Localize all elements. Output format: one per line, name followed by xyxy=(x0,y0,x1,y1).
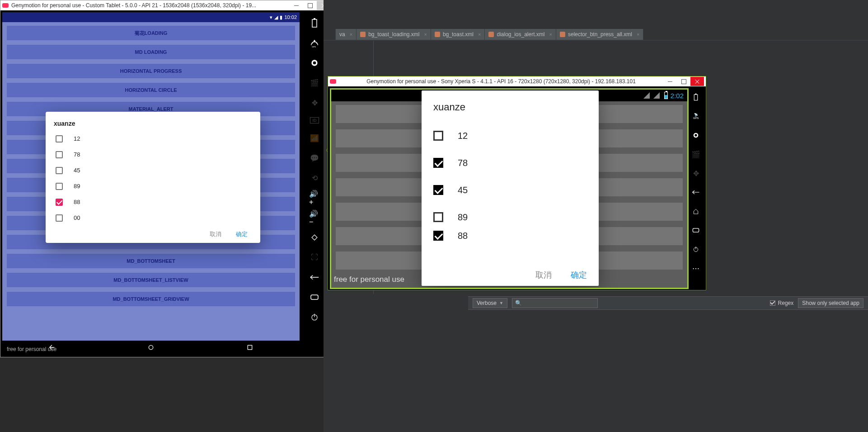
window-title-right: Genymotion for personal use - Sony Xperi… xyxy=(339,78,663,85)
log-level-label: Verbose xyxy=(477,300,497,306)
rss-icon[interactable]: 📶 xyxy=(309,133,320,143)
battery-icon[interactable] xyxy=(309,18,320,28)
titlebar-left[interactable]: Genymotion for personal use - Custom Tab… xyxy=(0,0,332,10)
checkbox-row[interactable]: 88 xyxy=(54,194,252,210)
dialog-title: xuanze xyxy=(433,101,587,113)
editor-tab[interactable]: bg_toast.xml× xyxy=(431,29,485,40)
checkbox-row[interactable]: 88 xyxy=(433,231,587,244)
svg-text:GPS: GPS xyxy=(312,46,316,47)
svg-rect-12 xyxy=(694,95,698,100)
id-icon[interactable]: ID xyxy=(310,117,319,123)
move-icon[interactable]: ✥ xyxy=(309,97,320,108)
checkbox-label: 88 xyxy=(74,199,80,205)
dialog-cancel-button[interactable]: 取消 xyxy=(210,230,221,238)
checkbox-row[interactable]: 89 xyxy=(433,204,587,231)
minimize-button[interactable] xyxy=(663,77,677,86)
home-icon[interactable] xyxy=(690,206,701,217)
checkbox-icon[interactable] xyxy=(56,199,63,206)
checkbox-icon[interactable] xyxy=(56,135,63,142)
demo-button[interactable]: MD_BOTTOMSHEET_GRIDVIEW xyxy=(7,292,295,306)
checkbox-icon[interactable] xyxy=(433,185,443,195)
svg-rect-16 xyxy=(693,228,699,232)
checkbox-row[interactable]: 00 xyxy=(54,210,252,226)
checkbox-label: 12 xyxy=(458,131,468,141)
close-icon[interactable]: × xyxy=(424,32,427,37)
close-icon[interactable]: × xyxy=(637,32,639,37)
demo-button[interactable]: HORIZONTAL CIRCLE xyxy=(7,83,295,97)
checkbox-icon[interactable] xyxy=(56,167,63,174)
dialog-ok-button[interactable]: 确定 xyxy=(236,230,248,238)
checkbox-icon[interactable] xyxy=(433,131,443,141)
checkbox-icon[interactable] xyxy=(56,183,63,190)
nav-home[interactable] xyxy=(146,343,155,352)
dialog-right: xuanze 12 78 45 89 88 取消 确定 xyxy=(422,90,599,286)
recent-icon[interactable] xyxy=(309,292,320,303)
power-icon[interactable] xyxy=(309,312,320,323)
log-search-input[interactable]: 🔍 xyxy=(512,298,598,308)
maximize-button[interactable] xyxy=(303,1,317,10)
regex-checkbox[interactable]: Regex xyxy=(770,300,794,306)
tab-label: bg_toast.xml xyxy=(443,31,474,38)
move-icon[interactable]: ✥ xyxy=(690,168,701,179)
recent-icon[interactable] xyxy=(690,225,701,236)
rotate-icon[interactable] xyxy=(309,232,320,243)
checkbox-label: 88 xyxy=(458,231,468,241)
close-icon[interactable]: × xyxy=(549,32,552,37)
editor-tab[interactable]: va × xyxy=(335,29,357,40)
gps-icon[interactable]: 📡GPS xyxy=(690,111,701,122)
dialog-ok-button[interactable]: 确定 xyxy=(571,270,587,280)
clapper-icon[interactable]: 🎬 xyxy=(309,77,320,88)
camera-icon[interactable] xyxy=(309,57,320,68)
demo-button[interactable]: MD_BOTTOMSHEET_LISTVIEW xyxy=(7,273,295,287)
svg-rect-2 xyxy=(312,19,317,27)
share-icon[interactable]: ⟲ xyxy=(309,172,320,183)
demo-button[interactable]: 菊花LOADING xyxy=(7,26,295,40)
back-icon[interactable] xyxy=(690,187,701,198)
editor-tab[interactable]: selector_btn_press_all.xml× xyxy=(556,29,644,40)
checkbox-icon[interactable] xyxy=(56,151,63,158)
close-icon[interactable]: × xyxy=(478,32,481,37)
fullscreen-icon[interactable]: ⛶ xyxy=(309,252,320,263)
search-icon: 🔍 xyxy=(515,300,522,306)
titlebar-right[interactable]: Genymotion for personal use - Sony Xperi… xyxy=(328,76,706,86)
close-button[interactable] xyxy=(690,77,704,86)
battery-icon[interactable] xyxy=(690,92,701,103)
checkbox-row[interactable]: 89 xyxy=(54,178,252,194)
filter-select[interactable]: Show only selected app xyxy=(798,298,863,308)
checkbox-icon[interactable] xyxy=(56,214,63,222)
checkbox-row[interactable]: 12 xyxy=(54,131,252,147)
sms-icon[interactable]: 💬 xyxy=(309,152,320,163)
checkbox-row[interactable]: 12 xyxy=(433,122,587,149)
battery-icon xyxy=(664,92,668,99)
xml-icon xyxy=(360,32,366,37)
checkbox-icon[interactable] xyxy=(433,212,443,222)
demo-button[interactable]: MD_BOTTOMSHEET xyxy=(7,254,295,268)
checkbox-row[interactable]: 45 xyxy=(433,176,587,204)
close-icon[interactable]: × xyxy=(350,32,352,37)
volume-down-icon[interactable]: 🔊− xyxy=(309,212,320,223)
nav-recent[interactable] xyxy=(245,343,254,352)
checkbox-icon[interactable] xyxy=(433,158,443,168)
power-icon[interactable] xyxy=(690,244,701,255)
tab-label: bg_toast_loading.xml xyxy=(368,31,419,38)
back-icon[interactable] xyxy=(309,272,320,283)
genymotion-sidebar-right: 📡GPS 🎬 ✥ ⋯ xyxy=(689,86,703,290)
demo-button[interactable]: HORIZONTAL PROGRESS xyxy=(7,64,295,78)
editor-tab[interactable]: bg_toast_loading.xml× xyxy=(357,29,431,40)
checkbox-row[interactable]: 78 xyxy=(433,149,587,176)
clapper-icon[interactable]: 🎬 xyxy=(690,149,701,160)
editor-tab[interactable]: dialog_ios_alert.xml× xyxy=(485,29,556,40)
checkbox-row[interactable]: 78 xyxy=(54,147,252,162)
demo-button[interactable]: MD LOADING xyxy=(7,45,295,59)
checkbox-row[interactable]: 45 xyxy=(54,162,252,178)
dialog-cancel-button[interactable]: 取消 xyxy=(535,270,552,280)
gps-icon[interactable]: GPS xyxy=(309,38,320,48)
maximize-button[interactable] xyxy=(677,77,690,86)
checkbox-icon[interactable] xyxy=(433,231,443,241)
camera-icon[interactable] xyxy=(690,130,701,141)
log-level-select[interactable]: Verbose▼ xyxy=(473,298,507,308)
more-icon[interactable]: ⋯ xyxy=(690,263,701,274)
minimize-button[interactable] xyxy=(290,1,303,10)
volume-up-icon[interactable]: 🔊+ xyxy=(309,192,320,203)
dialog-title: xuanze xyxy=(54,120,252,127)
